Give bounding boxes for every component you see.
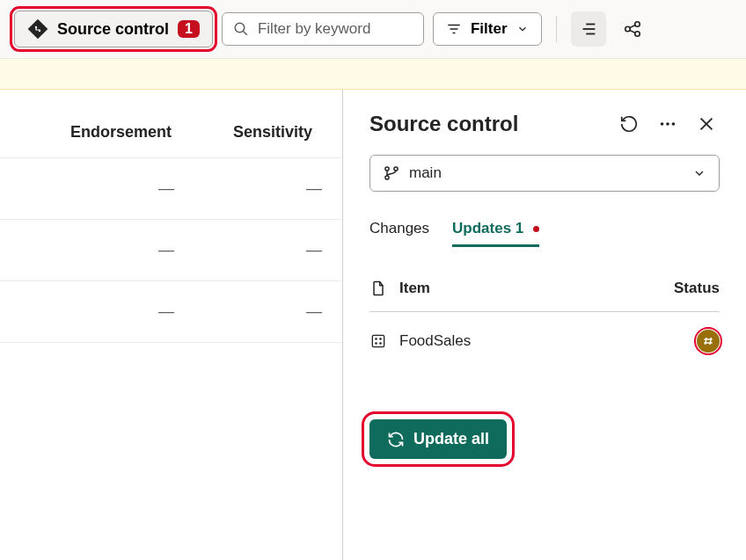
sync-icon [387, 431, 405, 448]
source-control-button[interactable]: Source control 1 [14, 11, 213, 47]
update-all-button[interactable]: Update all [369, 419, 507, 459]
column-header-sensitivity[interactable]: Sensitivity [233, 123, 312, 142]
svg-point-25 [376, 338, 377, 339]
svg-point-27 [376, 343, 377, 344]
close-panel-button[interactable] [693, 111, 720, 137]
conflict-status-icon [697, 330, 720, 353]
svg-point-21 [385, 167, 389, 171]
list-header-status: Status [674, 280, 720, 297]
sensitivity-cell: — [306, 302, 322, 321]
tab-updates-label: Updates 1 [452, 220, 523, 236]
svg-point-13 [634, 32, 640, 37]
table-row[interactable]: — — [0, 219, 342, 280]
updates-indicator-dot [533, 226, 539, 232]
filter-label: Filter [471, 20, 508, 38]
tab-updates[interactable]: Updates 1 [452, 213, 539, 247]
svg-line-14 [629, 25, 634, 27]
endorsement-cell: — [158, 241, 174, 259]
list-header-item: Item [399, 280, 430, 297]
refresh-button[interactable] [616, 111, 642, 137]
file-icon [369, 280, 387, 297]
toolbar-separator [556, 16, 557, 42]
sensitivity-cell: — [306, 241, 322, 259]
svg-line-31 [706, 338, 706, 345]
svg-point-12 [634, 22, 640, 27]
branch-name: main [409, 164, 442, 182]
notice-bar [0, 59, 746, 90]
lineage-view-button[interactable] [615, 11, 650, 47]
lineage-icon [623, 19, 642, 39]
sensitivity-cell: — [306, 179, 322, 198]
tab-changes[interactable]: Changes [369, 213, 429, 247]
column-header-endorsement[interactable]: Endorsement [70, 123, 172, 142]
branch-select[interactable]: main [369, 155, 720, 192]
svg-point-18 [672, 122, 676, 126]
source-control-badge: 1 [178, 20, 200, 38]
chevron-down-icon [692, 166, 706, 180]
endorsement-cell: — [158, 179, 174, 198]
list-view-icon [579, 19, 598, 39]
filter-icon [446, 21, 462, 37]
items-table: Endorsement Sensitivity — — — — — — [0, 90, 343, 560]
svg-line-32 [710, 338, 711, 345]
svg-line-4 [243, 31, 247, 35]
updates-list-item[interactable]: FoodSales [369, 312, 720, 370]
svg-point-3 [235, 23, 245, 33]
update-all-label: Update all [413, 430, 489, 448]
svg-point-26 [380, 338, 381, 339]
endorsement-cell: — [158, 302, 174, 321]
filter-button[interactable]: Filter [433, 12, 542, 46]
source-control-diamond-icon [27, 18, 48, 40]
more-options-button[interactable] [655, 111, 681, 137]
item-name: FoodSales [399, 332, 471, 350]
search-input[interactable] [258, 20, 413, 38]
svg-point-28 [380, 343, 381, 344]
close-icon [697, 114, 716, 134]
svg-point-17 [666, 122, 669, 126]
panel-title: Source control [369, 112, 518, 136]
list-view-button[interactable] [571, 11, 606, 47]
svg-point-11 [625, 26, 630, 32]
table-row[interactable]: — — [0, 280, 342, 343]
source-control-label: Source control [57, 20, 169, 39]
search-box[interactable] [222, 12, 424, 46]
table-row[interactable]: — — [0, 157, 342, 219]
svg-point-16 [661, 122, 664, 126]
svg-rect-0 [28, 19, 48, 40]
svg-point-22 [385, 176, 389, 179]
branch-icon [383, 164, 400, 182]
dataset-icon [369, 332, 387, 350]
svg-point-23 [394, 167, 398, 171]
chevron-down-icon [516, 23, 529, 35]
svg-rect-24 [372, 335, 384, 346]
search-icon [233, 21, 249, 37]
svg-line-15 [629, 30, 634, 33]
refresh-icon [619, 114, 639, 134]
tab-changes-label: Changes [369, 220, 429, 236]
more-horizontal-icon [658, 114, 677, 134]
